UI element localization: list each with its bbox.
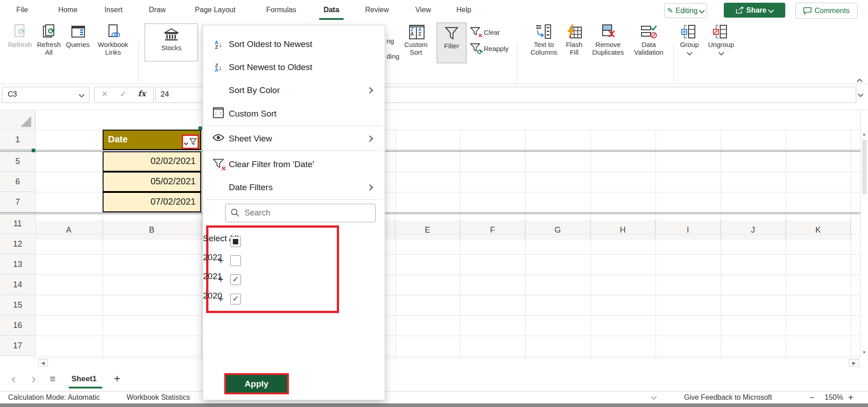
menu-home[interactable]: Home (52, 0, 84, 20)
column-header-I[interactable]: I (656, 220, 721, 240)
custom-sort-button[interactable]: ZA AZ CustomSort (397, 24, 435, 56)
year-checkbox-checked[interactable]: ✓ (230, 294, 241, 304)
data-validation-button[interactable]: DataValidation (629, 24, 668, 56)
row-header-17[interactable]: 17 (0, 336, 35, 356)
menu-sort-oldest-to-newest[interactable]: AZ↓ Sort Oldest to Newest (203, 34, 385, 54)
group-button[interactable]: Group (676, 24, 703, 56)
vertical-scrollbar[interactable]: ▲ ▼ (860, 110, 868, 358)
comments-button[interactable]: Comments (795, 3, 858, 19)
reapply-filter-button[interactable]: ⟳ Reapply (470, 42, 509, 54)
fx-icon[interactable]: fx (138, 89, 146, 98)
chevron-down-icon[interactable] (718, 50, 724, 56)
filter-value-2022[interactable]: + 2022 (203, 253, 385, 269)
row-header-7[interactable]: 7 (0, 192, 35, 212)
calculation-mode[interactable]: Calculation Mode: Automatic (8, 393, 100, 402)
filter-search-box[interactable] (225, 204, 376, 222)
share-button[interactable]: Share (724, 3, 785, 18)
row-header-12[interactable]: 12 (0, 234, 35, 254)
cell-B7[interactable]: 07/02/2021 (103, 192, 201, 212)
menu-draw[interactable]: Draw (142, 0, 173, 20)
row-header-13[interactable]: 13 (0, 254, 35, 275)
menu-view[interactable]: View (407, 0, 439, 20)
column-header-G[interactable]: G (525, 220, 590, 240)
next-sheet-icon[interactable] (30, 377, 36, 383)
column-header-J[interactable]: J (721, 220, 786, 240)
menu-sort-newest-to-oldest[interactable]: ZA↓ Sort Newest to Oldest (203, 57, 385, 77)
up-arrow-icon[interactable]: ▲ (862, 132, 866, 136)
row-header-1[interactable]: 1 (0, 130, 35, 150)
chevron-down-icon[interactable] (79, 92, 85, 98)
horizontal-scrollbar[interactable]: ◀ ▶ (35, 358, 860, 367)
sheet-tab-sheet1[interactable]: Sheet1 (71, 374, 97, 384)
scrollbar-thumb[interactable] (862, 140, 867, 194)
chevron-down-icon[interactable] (687, 50, 693, 56)
menu-sheet-view[interactable]: Sheet View (203, 129, 385, 149)
menu-data[interactable]: Data (318, 0, 345, 20)
expand-plus-icon[interactable]: + (218, 255, 224, 267)
text-to-columns-button[interactable]: Text toColumns (527, 24, 561, 56)
ungroup-button[interactable]: Ungroup (703, 24, 740, 56)
column-header-H[interactable]: H (590, 220, 656, 240)
row-header-11[interactable]: 11 (0, 214, 35, 234)
stocks-datatype-button[interactable]: Stocks (145, 23, 198, 61)
scroll-left-button[interactable]: ◀ (38, 359, 48, 367)
give-feedback-link[interactable]: Give Feedback to Microsoft (684, 393, 772, 402)
scroll-right-button[interactable]: ▶ (849, 359, 859, 367)
flash-fill-button[interactable]: FlashFill (561, 24, 587, 56)
menu-formulas[interactable]: Formulas (259, 0, 304, 20)
zoom-in-button[interactable]: + (848, 393, 854, 403)
menu-custom-sort[interactable]: ↓↑ Custom Sort (203, 104, 385, 124)
year-checkbox-checked[interactable]: ✓ (230, 274, 241, 285)
column-header-K[interactable]: K (786, 220, 851, 240)
cancel-icon[interactable]: × (102, 88, 108, 100)
prev-sheet-icon[interactable] (12, 377, 18, 383)
date-column-filter-button[interactable] (182, 135, 199, 149)
remove-duplicates-button[interactable]: RemoveDuplicates (588, 24, 628, 56)
row-header-15[interactable]: 15 (0, 295, 35, 315)
menu-help[interactable]: Help (450, 0, 477, 20)
all-sheets-icon[interactable]: ≡ (50, 373, 56, 385)
column-header-F[interactable]: F (460, 220, 525, 240)
menu-insert[interactable]: Insert (98, 0, 129, 20)
workbook-statistics[interactable]: Workbook Statistics (127, 393, 190, 402)
name-box[interactable]: C3 (2, 87, 90, 103)
queries-button[interactable]: Queries (63, 24, 92, 48)
clear-filter-button[interactable]: × Clear (470, 26, 500, 38)
cell-B5[interactable]: 02/02/2021 (103, 151, 201, 172)
refresh-all-button[interactable]: ⟳ RefreshAll (34, 24, 63, 56)
zoom-level[interactable]: 150% (825, 393, 843, 402)
menu-file[interactable]: File (9, 0, 36, 20)
workbook-links-button[interactable]: WorkbookLinks (92, 24, 134, 56)
year-checkbox-unchecked[interactable] (230, 255, 241, 266)
menu-date-filters[interactable]: Date Filters (203, 178, 385, 197)
row-header-14[interactable]: 14 (0, 275, 35, 295)
select-all-corner[interactable] (0, 110, 35, 130)
menu-sort-by-color[interactable]: Sort By Color (203, 80, 385, 100)
cell-B6[interactable]: 05/02/2021 (103, 172, 201, 192)
filter-value-select-all[interactable]: Select All (203, 234, 385, 250)
expand-plus-icon[interactable]: + (218, 293, 224, 305)
expand-plus-icon[interactable]: + (218, 274, 224, 285)
editing-button[interactable]: ✎ Editing (664, 3, 707, 18)
select-all-checkbox[interactable] (230, 236, 241, 247)
filter-value-2020[interactable]: + ✓ 2020 (203, 291, 385, 307)
collapse-ribbon-icon[interactable] (857, 79, 863, 84)
filter-button[interactable]: Filter (437, 23, 467, 63)
menu-page-layout[interactable]: Page Layout (188, 0, 242, 20)
enter-icon[interactable]: ✓ (120, 89, 127, 99)
row-header-5[interactable]: 5 (0, 151, 35, 172)
row-header-16[interactable]: 16 (0, 315, 35, 336)
add-sheet-icon[interactable]: + (114, 372, 120, 385)
zoom-out-button[interactable]: − (809, 393, 815, 403)
status-chevron-icon[interactable] (651, 394, 657, 400)
down-arrow-icon[interactable]: ▼ (862, 350, 866, 355)
menu-clear-filter[interactable]: × Clear Filter from 'Date' (203, 154, 385, 174)
column-header-B[interactable]: B (103, 220, 201, 240)
row-header-6[interactable]: 6 (0, 172, 35, 192)
menu-review[interactable]: Review (359, 0, 395, 20)
filter-value-2021[interactable]: + ✓ 2021 (203, 271, 385, 288)
column-header-A[interactable]: A (35, 220, 103, 240)
search-input[interactable] (244, 205, 372, 221)
column-header-E[interactable]: E (395, 220, 460, 240)
expand-formula-bar-icon[interactable] (858, 91, 863, 97)
